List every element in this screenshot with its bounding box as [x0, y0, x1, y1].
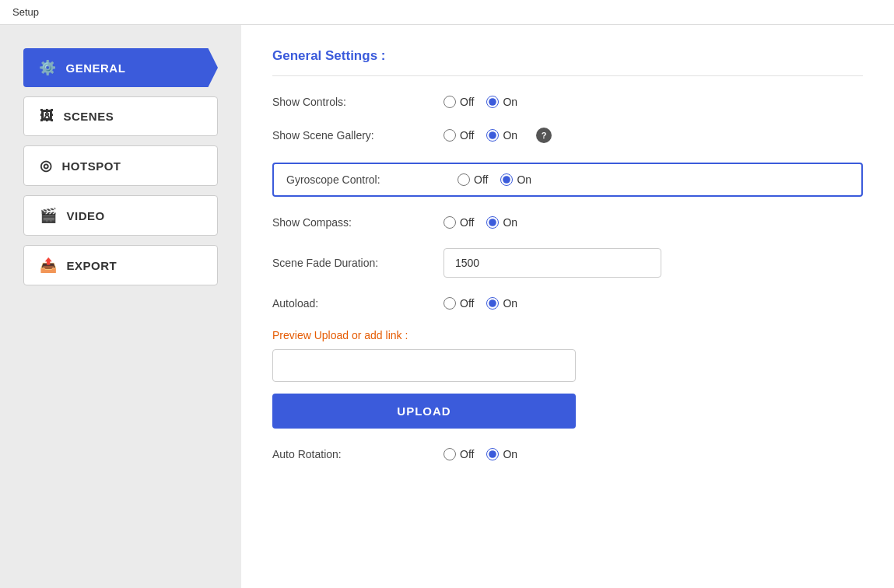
show-controls-radio-group: Off On [443, 96, 517, 108]
sidebar-label-scenes: SCENES [64, 110, 114, 123]
show-compass-off-radio[interactable] [443, 216, 456, 229]
auto-rotation-radio-group: Off On [443, 448, 517, 460]
show-scene-gallery-on-option[interactable]: On [486, 129, 517, 142]
autoload-off-option[interactable]: Off [443, 297, 474, 310]
show-controls-on-label: On [503, 96, 517, 108]
sidebar-item-general[interactable]: ⚙️ GENERAL [23, 48, 218, 87]
content-area: General Settings : Show Controls: Off On… [241, 25, 894, 588]
autoload-off-radio[interactable] [443, 297, 456, 310]
upload-button[interactable]: UPLOAD [272, 394, 576, 429]
gyroscope-on-option[interactable]: On [500, 173, 531, 186]
show-compass-label: Show Compass: [272, 216, 443, 229]
autoload-radio-group: Off On [443, 297, 517, 310]
show-scene-gallery-on-radio[interactable] [486, 129, 499, 142]
autoload-on-label: On [503, 297, 517, 310]
autoload-off-label: Off [460, 297, 474, 310]
show-controls-on-option[interactable]: On [486, 96, 517, 108]
target-icon: ◎ [40, 157, 53, 174]
scene-fade-duration-input[interactable] [443, 248, 661, 278]
show-compass-row: Show Compass: Off On [272, 216, 863, 229]
show-controls-off-option[interactable]: Off [443, 96, 474, 108]
gyroscope-control-radio-group: Off On [458, 173, 531, 186]
show-compass-on-radio[interactable] [486, 216, 499, 229]
show-compass-on-option[interactable]: On [486, 216, 517, 229]
sidebar-label-export: EXPORT [67, 259, 117, 272]
gyroscope-on-label: On [517, 173, 531, 186]
sidebar: ⚙️ GENERAL 🖼 SCENES ◎ HOTSPOT 🎬 VIDEO 📤 … [0, 25, 241, 588]
preview-upload-section: Preview Upload or add link : UPLOAD [272, 329, 863, 429]
video-icon: 🎬 [40, 207, 58, 224]
sidebar-item-scenes[interactable]: 🖼 SCENES [23, 96, 218, 136]
section-title: General Settings : [272, 48, 863, 76]
gyroscope-on-radio[interactable] [500, 173, 513, 186]
gear-icon: ⚙️ [39, 59, 57, 76]
auto-rotation-row: Auto Rotation: Off On [272, 448, 863, 460]
show-scene-gallery-off-radio[interactable] [443, 129, 456, 142]
show-controls-on-radio[interactable] [486, 96, 499, 108]
help-icon[interactable]: ? [536, 128, 552, 143]
autoload-on-option[interactable]: On [486, 297, 517, 310]
gyroscope-off-radio[interactable] [458, 173, 470, 186]
sidebar-label-hotspot: HOTSPOT [62, 159, 121, 173]
gyroscope-control-row: Gyroscope Control: Off On [272, 163, 863, 197]
autoload-row: Autoload: Off On [272, 297, 863, 310]
gyroscope-off-label: Off [474, 173, 488, 186]
auto-rotation-off-label: Off [460, 448, 474, 460]
export-icon: 📤 [40, 257, 58, 274]
auto-rotation-on-label: On [503, 448, 517, 460]
auto-rotation-on-option[interactable]: On [486, 448, 517, 460]
sidebar-item-export[interactable]: 📤 EXPORT [23, 245, 218, 285]
auto-rotation-off-option[interactable]: Off [443, 448, 474, 460]
show-controls-label: Show Controls: [272, 96, 443, 108]
preview-upload-input[interactable] [272, 349, 576, 382]
sidebar-item-hotspot[interactable]: ◎ HOTSPOT [23, 145, 218, 186]
sidebar-label-video: VIDEO [67, 209, 105, 222]
auto-rotation-on-radio[interactable] [486, 448, 499, 460]
sidebar-label-general: GENERAL [66, 61, 126, 75]
show-controls-row: Show Controls: Off On [272, 96, 863, 108]
image-icon: 🖼 [40, 108, 54, 124]
show-controls-off-radio[interactable] [443, 96, 456, 108]
gyroscope-off-option[interactable]: Off [458, 173, 488, 186]
show-compass-radio-group: Off On [443, 216, 517, 229]
scene-fade-duration-label: Scene Fade Duration: [272, 257, 443, 269]
title-label: Setup [12, 6, 39, 18]
show-scene-gallery-label: Show Scene Gallery: [272, 129, 443, 142]
main-layout: ⚙️ GENERAL 🖼 SCENES ◎ HOTSPOT 🎬 VIDEO 📤 … [0, 25, 894, 588]
autoload-on-radio[interactable] [486, 297, 499, 310]
show-scene-gallery-off-option[interactable]: Off [443, 129, 474, 142]
show-compass-off-label: Off [460, 216, 474, 229]
scene-fade-duration-row: Scene Fade Duration: [272, 248, 863, 278]
autoload-label: Autoload: [272, 297, 443, 310]
show-scene-gallery-row: Show Scene Gallery: Off On ? [272, 128, 863, 143]
gyroscope-control-label: Gyroscope Control: [286, 173, 458, 186]
show-scene-gallery-radio-group: Off On ? [443, 128, 552, 143]
sidebar-item-video[interactable]: 🎬 VIDEO [23, 195, 218, 236]
show-compass-off-option[interactable]: Off [443, 216, 474, 229]
preview-upload-label: Preview Upload or add link : [272, 329, 863, 341]
show-compass-on-label: On [503, 216, 517, 229]
show-scene-gallery-off-label: Off [460, 129, 474, 142]
show-controls-off-label: Off [460, 96, 474, 108]
auto-rotation-off-radio[interactable] [443, 448, 456, 460]
title-bar: Setup [0, 0, 894, 25]
auto-rotation-label: Auto Rotation: [272, 448, 443, 460]
show-scene-gallery-on-label: On [503, 129, 517, 142]
